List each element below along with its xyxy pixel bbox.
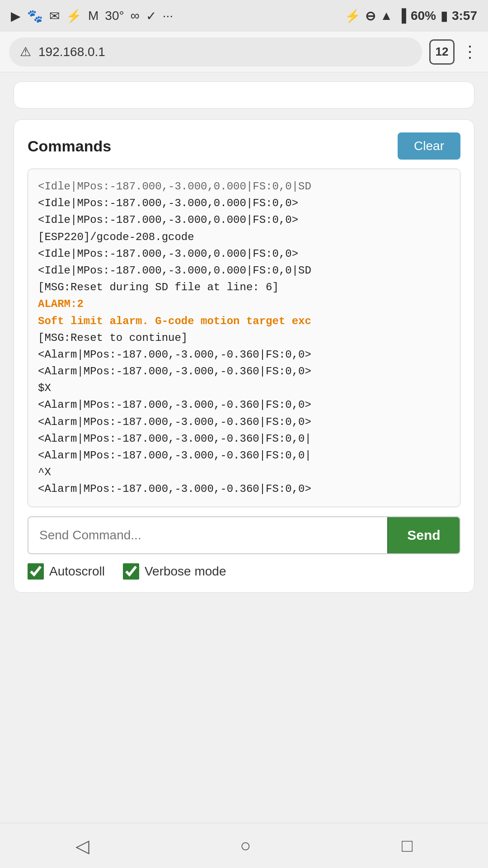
browser-bar: ⚠ 192.168.0.1 12 ⋮ [0,32,488,72]
terminal-line: <Alarm|MPos:-187.000,-3.000,-0.360|FS:0,… [38,346,450,363]
terminal-line: [ESP220]/gcode-208.gcode [38,229,450,245]
signal-blocked-icon: ⊖ [365,9,375,24]
signal-icon: ▐ [397,9,406,23]
tab-count[interactable]: 12 [429,39,455,65]
voicemail-icon: ∞ [131,9,140,23]
browser-menu-icon[interactable]: ⋮ [462,42,479,61]
commands-title: Commands [28,137,111,155]
clear-button[interactable]: Clear [398,132,460,160]
status-icons-right: ⚡ ⊖ ▲ ▐ 60% ▮ 3:57 [345,9,477,24]
address-text: 192.168.0.1 [38,45,105,59]
terminal-line: <Alarm|MPos:-187.000,-3.000,-0.360|FS:0,… [38,447,450,464]
terminal-line: Soft limit alarm. G-code motion target e… [38,313,450,330]
terminal-line: <Alarm|MPos:-187.000,-3.000,-0.360|FS:0,… [38,481,450,497]
autoscroll-label: Autoscroll [49,564,105,579]
recent-apps-icon[interactable]: □ [402,835,413,856]
bluetooth-icon: ⚡ [345,9,361,24]
nav-bar: ◁ ○ □ [0,823,488,868]
warning-icon: ⚠ [20,44,31,59]
commands-card: Commands Clear <Idle|MPos:-187.000,-3.00… [14,119,474,593]
mail-icon: ✉ [49,9,60,24]
terminal-line: <Alarm|MPos:-187.000,-3.000,-0.360|FS:0,… [38,414,450,430]
terminal-line: <Idle|MPos:-187.000,-3.000,0.000|FS:0,0> [38,212,450,228]
wifi-icon: ▲ [380,9,393,23]
terminal-line: ^X [38,464,450,481]
verbose-checkbox[interactable] [123,563,139,580]
terminal-output: <Idle|MPos:-187.000,-3.000,0.000|FS:0,0|… [28,169,460,507]
youtube-icon: ▶ [11,9,21,24]
terminal-line: [MSG:Reset during SD file at line: 6] [38,279,450,296]
back-icon[interactable]: ◁ [75,835,89,856]
battery-icon: ▮ [441,9,447,24]
terminal-line: [MSG:Reset to continue] [38,330,450,346]
paw-icon: 🐾 [27,9,43,24]
page-content: Commands Clear <Idle|MPos:-187.000,-3.00… [0,72,488,823]
terminal-line: $X [38,380,450,396]
check-icon: ✓ [146,9,156,24]
lightning-icon: ⚡ [66,9,82,24]
send-command-input[interactable] [28,517,387,553]
terminal-line: ALARM:2 [38,296,450,312]
verbose-item: Verbose mode [123,563,226,580]
autoscroll-checkbox[interactable] [28,563,44,580]
send-command-row: Send [28,516,460,554]
commands-header: Commands Clear [28,132,460,160]
top-card-partial [14,81,474,108]
terminal-line: <Alarm|MPos:-187.000,-3.000,-0.360|FS:0,… [38,363,450,380]
terminal-line: <Idle|MPos:-187.000,-3.000,0.000|FS:0,0|… [38,262,450,279]
terminal-line: <Idle|MPos:-187.000,-3.000,0.000|FS:0,0> [38,245,450,262]
temp-icon: 30° [105,9,124,23]
terminal-line: <Alarm|MPos:-187.000,-3.000,-0.360|FS:0,… [38,396,450,413]
autoscroll-item: Autoscroll [28,563,105,580]
status-icons-left: ▶ 🐾 ✉ ⚡ M 30° ∞ ✓ ··· [11,9,173,24]
status-bar: ▶ 🐾 ✉ ⚡ M 30° ∞ ✓ ··· ⚡ ⊖ ▲ ▐ 60% ▮ 3:57 [0,0,488,32]
terminal-line: <Alarm|MPos:-187.000,-3.000,-0.360|FS:0,… [38,430,450,447]
verbose-label: Verbose mode [145,564,226,579]
home-icon[interactable]: ○ [240,835,251,856]
send-button[interactable]: Send [387,517,460,553]
more-icon: ··· [163,9,173,23]
address-bar[interactable]: ⚠ 192.168.0.1 [9,38,422,66]
terminal-line: <Idle|MPos:-187.000,-3.000,0.000|FS:0,0> [38,195,450,212]
gmail-icon: M [88,9,99,23]
battery-percent: 60% [411,9,436,23]
options-row: Autoscroll Verbose mode [28,563,460,580]
terminal-line: <Idle|MPos:-187.000,-3.000,0.000|FS:0,0|… [38,178,450,195]
clock: 3:57 [452,9,477,23]
